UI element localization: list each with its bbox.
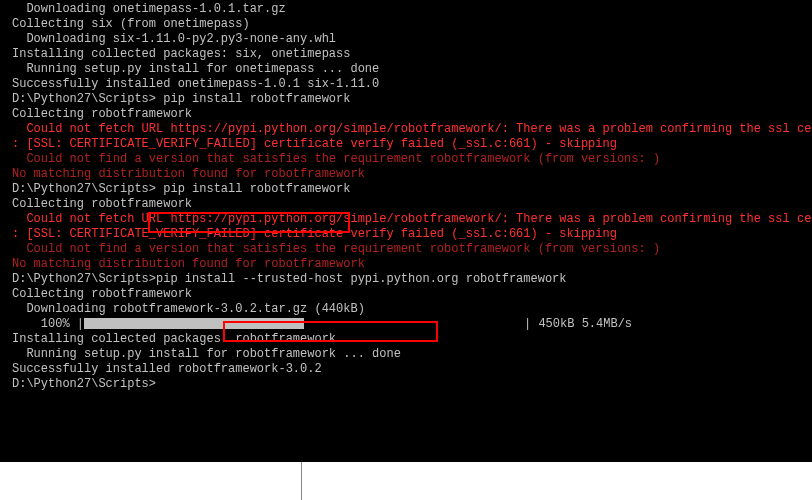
output-line: Collecting robotframework [12,197,812,212]
prompt-line[interactable]: D:\Python27\Scripts>pip install --truste… [12,272,812,287]
prompt-line[interactable]: D:\Python27\Scripts> pip install robotfr… [12,92,812,107]
error-line: No matching distribution found for robot… [12,257,812,272]
divider-line [301,462,302,500]
output-line: Collecting six (from onetimepass) [12,17,812,32]
output-line: Collecting robotframework [12,107,812,122]
output-line: Downloading six-1.11.0-py2.py3-none-any.… [12,32,812,47]
output-line: Collecting robotframework [12,287,812,302]
prompt-line[interactable]: D:\Python27\Scripts> [12,377,812,392]
error-line: : [SSL: CERTIFICATE_VERIFY_FAILED] certi… [12,227,812,242]
output-line: Installing collected packages: six, onet… [12,47,812,62]
bottom-white-area [0,462,812,500]
error-line: Could not find a version that satisfies … [12,152,812,167]
progress-line: 100% || 450kB 5.4MB/s [12,317,812,332]
progress-empty [304,318,524,329]
error-line: : [SSL: CERTIFICATE_VERIFY_FAILED] certi… [12,137,812,152]
prompt-line[interactable]: D:\Python27\Scripts> pip install robotfr… [12,182,812,197]
error-line: Could not find a version that satisfies … [12,242,812,257]
terminal-output: Downloading onetimepass-1.0.1.tar.gz Col… [12,2,812,392]
progress-suffix: | 450kB 5.4MB/s [524,317,632,331]
error-line: Could not fetch URL https://pypi.python.… [12,122,812,137]
output-line: Installing collected packages: robotfram… [12,332,812,347]
error-line: No matching distribution found for robot… [12,167,812,182]
error-line: Could not fetch URL https://pypi.python.… [12,212,812,227]
output-line: Running setup.py install for onetimepass… [12,62,812,77]
output-line: Running setup.py install for robotframew… [12,347,812,362]
output-line: Downloading onetimepass-1.0.1.tar.gz [12,2,812,17]
progress-filled [84,318,304,329]
output-line: Successfully installed onetimepass-1.0.1… [12,77,812,92]
output-line: Successfully installed robotframework-3.… [12,362,812,377]
output-line: Downloading robotframework-3.0.2.tar.gz … [12,302,812,317]
progress-prefix: 100% | [12,317,84,331]
